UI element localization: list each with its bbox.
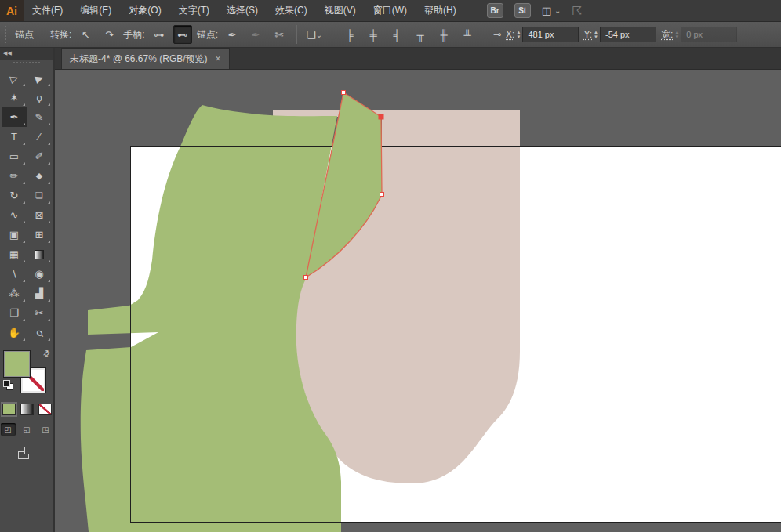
hand-tool[interactable]: ✋ [2, 323, 27, 342]
y-input[interactable]: -54 px [600, 27, 656, 42]
remove-anchor-button[interactable]: ✒ [223, 25, 242, 44]
pencil-tool[interactable]: ✏ [2, 166, 27, 186]
menu-file[interactable]: 文件(F) [24, 0, 71, 21]
curvature-pen-tool[interactable]: ✎ [27, 107, 52, 127]
canvas-pasteboard[interactable] [55, 70, 781, 532]
line-segment-tool[interactable]: ∕ [27, 127, 52, 147]
anchor-point-selected[interactable] [379, 114, 384, 120]
cs-live-icon[interactable]: ☈ [572, 4, 582, 18]
draw-inside-button[interactable]: ◳ [38, 423, 53, 436]
line-segment-icon: ∕ [38, 132, 40, 142]
menu-window[interactable]: 窗口(W) [365, 0, 416, 21]
scale-tool[interactable]: ❏ [27, 186, 52, 205]
align-h-center-button[interactable]: ╪ [364, 25, 383, 44]
screen-mode-button[interactable] [18, 447, 35, 459]
x-stepper[interactable]: ▲▼ [516, 31, 521, 39]
collapse-panel-button[interactable]: ◀◀ [0, 48, 53, 60]
shape-builder-tool[interactable]: ▣ [2, 225, 27, 244]
menu-help[interactable]: 帮助(H) [416, 0, 465, 21]
workspace-switcher[interactable]: ◫ ⌄ [542, 5, 561, 16]
perspective-grid-icon: ⊞ [35, 230, 44, 240]
shape-builder-icon: ▣ [9, 230, 19, 240]
align-bottom-button[interactable]: ╨ [458, 25, 477, 44]
menu-bar: Ai 文件(F) 编辑(E) 对象(O) 文字(T) 选择(S) 效果(C) 视… [0, 0, 781, 22]
lasso-tool[interactable]: ϙ [27, 88, 52, 107]
convert-to-corner-button[interactable]: ↸ [76, 25, 95, 44]
menu-select[interactable]: 选择(S) [218, 0, 267, 21]
y-label[interactable]: Y: [583, 29, 592, 40]
free-transform-tool[interactable]: ⊠ [27, 205, 52, 225]
document-tab[interactable]: 未标题-4* @ 66.67% (RGB/预览) × [61, 48, 230, 69]
scissors-icon: ✄ [275, 29, 284, 41]
panel-drag-grip[interactable] [13, 62, 40, 67]
fill-stroke-widget: ⇄ [3, 350, 49, 394]
rectangle-tool[interactable]: ▭ [2, 147, 27, 166]
y-field: Y: ▲▼ -54 px [583, 27, 656, 42]
align-v-center-button[interactable]: ╫ [434, 25, 453, 44]
artwork-svg[interactable] [55, 70, 781, 532]
fill-swatch[interactable] [3, 350, 31, 378]
column-graph-tool[interactable]: ▟ [27, 284, 52, 303]
direct-selection-tool[interactable]: ▷ [2, 68, 27, 88]
y-stepper[interactable]: ▲▼ [594, 31, 598, 39]
reference-point-icon[interactable]: ⊸ [493, 29, 501, 40]
anchor-point-mid[interactable] [380, 193, 384, 197]
align-left-button[interactable]: ╞ [340, 25, 359, 44]
cut-path-button[interactable]: ✄ [270, 25, 289, 44]
perspective-grid-tool[interactable]: ⊞ [27, 225, 52, 244]
default-fill-stroke-icon[interactable] [3, 380, 13, 390]
eraser-tool[interactable]: ◆ [27, 166, 52, 186]
tools-grid: ▷ ▶ ✶ ϙ ✒ ✎ T ∕ ▭ ✐ ✏ ◆ ↻ ❏ ∿ ⊠ ▣ ⊞ ▦ ∖ [2, 68, 52, 342]
close-tab-icon[interactable]: × [216, 53, 221, 64]
align-top-button[interactable]: ╥ [411, 25, 430, 44]
menu-type[interactable]: 文字(T) [170, 0, 218, 21]
slice-tool[interactable]: ✂ [27, 303, 52, 323]
symbol-sprayer-tool[interactable]: ⁂ [2, 284, 27, 303]
blend-tool[interactable]: ◉ [27, 264, 52, 284]
paint-color-button[interactable] [2, 404, 16, 415]
width-input[interactable]: 0 px [681, 27, 737, 42]
isolate-object-button[interactable]: ❏ ⌄ [305, 25, 324, 44]
zoom-tool[interactable]: ϙ [27, 323, 52, 342]
anchor-point-top[interactable] [342, 91, 346, 95]
width-stepper[interactable]: ▲▼ [674, 31, 679, 39]
menu-object[interactable]: 对象(O) [120, 0, 169, 21]
draw-normal-button[interactable]: ◰ [1, 423, 16, 436]
add-anchor-button[interactable]: ✒ [246, 25, 265, 44]
magic-wand-tool[interactable]: ✶ [2, 88, 27, 107]
show-handles-button[interactable]: ⊶ [150, 25, 169, 44]
eyedropper-tool[interactable]: ∖ [2, 264, 27, 284]
panel-grip[interactable] [5, 26, 9, 43]
app-logo[interactable]: Ai [0, 0, 24, 21]
paint-gradient-button[interactable] [20, 404, 34, 415]
width-tool[interactable]: ∿ [2, 205, 27, 225]
rotate-tool[interactable]: ↻ [2, 186, 27, 205]
menu-effect[interactable]: 效果(C) [267, 0, 316, 21]
stock-button[interactable]: St [514, 3, 531, 18]
anchor-point-bottom[interactable] [304, 276, 308, 280]
pen-tool[interactable]: ✒ [2, 107, 27, 127]
align-bottom-icon: ╨ [463, 29, 470, 41]
swap-fill-stroke-icon[interactable]: ⇄ [41, 348, 53, 360]
hide-handles-button[interactable]: ⊷ [173, 25, 192, 44]
drawing-modes-row: ◰ ◱ ◳ [1, 423, 53, 436]
hand-icon: ✋ [8, 328, 20, 338]
gradient-icon [35, 250, 44, 259]
selection-tool[interactable]: ▶ [27, 68, 52, 88]
type-tool[interactable]: T [2, 127, 27, 147]
bridge-button[interactable]: Br [487, 3, 503, 18]
align-right-button[interactable]: ╡ [387, 25, 406, 44]
gradient-tool[interactable] [27, 244, 52, 264]
draw-behind-button[interactable]: ◱ [20, 423, 35, 436]
x-input[interactable]: 481 px [522, 27, 579, 42]
paint-none-button[interactable] [38, 404, 52, 415]
mesh-tool[interactable]: ▦ [2, 244, 27, 264]
x-label[interactable]: X: [506, 29, 514, 40]
convert-label: 转换: [50, 28, 71, 42]
menu-edit[interactable]: 编辑(E) [71, 0, 120, 21]
separator [332, 25, 332, 44]
paintbrush-tool[interactable]: ✐ [27, 147, 52, 166]
menu-view[interactable]: 视图(V) [316, 0, 365, 21]
convert-to-smooth-button[interactable]: ↷ [100, 25, 118, 44]
artboard-tool[interactable]: ❐ [2, 303, 27, 323]
